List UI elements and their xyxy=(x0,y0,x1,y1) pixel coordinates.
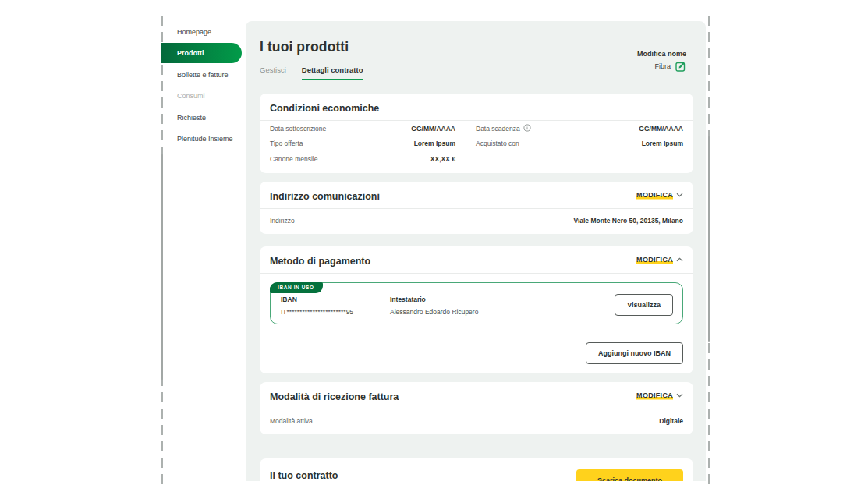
info-icon[interactable] xyxy=(523,124,531,133)
rename-product-block: Modifica nome Fibra xyxy=(637,50,686,72)
sidebar-item-bollette-e-fatture[interactable]: Bollette e fatture xyxy=(161,64,249,86)
tabs: Gestisci Dettagli contratto xyxy=(260,65,693,80)
divider xyxy=(260,273,693,274)
divider xyxy=(260,409,693,409)
sidebar-item-homepage[interactable]: Homepage xyxy=(161,21,249,43)
tab-dettagli-contratto[interactable]: Dettagli contratto xyxy=(302,65,363,80)
main-panel: I tuoi prodotti Modifica nome Fibra Gest… xyxy=(246,21,706,481)
iban-card: IBAN IN USO IBAN IT*********************… xyxy=(270,282,683,324)
visualizza-button[interactable]: Visualizza xyxy=(615,294,673,316)
economic-row: Data sottoscrizione GG/MM/AAAA Data scad… xyxy=(270,121,683,136)
divider xyxy=(260,208,693,209)
sidebar-item-label: Homepage xyxy=(177,28,211,36)
sidebar-item-label: Richieste xyxy=(177,114,206,122)
iban-value: IT***********************95 xyxy=(281,308,390,316)
card-indirizzo-comunicazioni: Indirizzo comunicazioni MODIFICA Indiriz… xyxy=(260,182,693,234)
field-value: GG/MM/AAAA xyxy=(411,125,455,133)
tab-gestisci[interactable]: Gestisci xyxy=(260,65,286,80)
field-label: Tipo offerta xyxy=(270,140,303,147)
economic-row: Tipo offerta Lorem Ipsum Acquistato con … xyxy=(270,136,683,152)
card-title: Condizioni economiche xyxy=(270,103,683,114)
card-title: Metodo di pagamento xyxy=(270,256,370,267)
holder-label: Intestatario xyxy=(390,296,615,303)
sidebar-item-prodotti[interactable]: Prodotti xyxy=(161,43,242,63)
card-title: Il tuo contratto xyxy=(270,470,417,481)
sidebar-item-label: Bollette e fatture xyxy=(177,71,229,79)
scrollbar-thumb-left[interactable] xyxy=(161,154,163,380)
chevron-down-icon xyxy=(676,193,683,197)
card-il-tuo-contratto: Il tuo contratto Scarica sul tuo disposi… xyxy=(260,458,693,482)
card-title: Modalità di ricezione fattura xyxy=(270,391,399,402)
scrollbar-thumb-right[interactable] xyxy=(708,136,710,342)
modifica-pagamento-link[interactable]: MODIFICA xyxy=(636,256,683,264)
field-label: Acquistato con xyxy=(476,140,519,147)
sidebar: Homepage Prodotti Bollette e fatture Con… xyxy=(161,21,249,150)
modifica-indirizzo-link[interactable]: MODIFICA xyxy=(636,191,683,200)
sidebar-item-consumi[interactable]: Consumi xyxy=(161,86,249,108)
holder-value: Alessandro Edoardo Ricupero xyxy=(390,308,615,316)
economic-row: Canone mensile XX,XX € xyxy=(270,151,683,167)
divider xyxy=(260,334,693,334)
modifica-fattura-link[interactable]: MODIFICA xyxy=(636,391,683,400)
sidebar-item-plenitude-insieme[interactable]: Plenitude Insieme xyxy=(161,129,249,150)
card-condizioni-economiche: Condizioni economiche Data sottoscrizion… xyxy=(260,94,693,173)
card-metodo-di-pagamento: Metodo di pagamento MODIFICA IBAN IN USO… xyxy=(260,246,693,373)
field-value: Lorem Ipsum xyxy=(642,140,683,147)
aggiungi-nuovo-iban-button[interactable]: Aggiungi nuovo IBAN xyxy=(586,342,683,364)
sidebar-item-label: Consumi xyxy=(177,92,205,100)
field-value: Digitale xyxy=(659,417,683,425)
card-modalita-ricezione-fattura: Modalità di ricezione fattura MODIFICA M… xyxy=(260,382,693,434)
sidebar-item-richieste[interactable]: Richieste xyxy=(161,107,249,129)
field-label: Data sottoscrizione xyxy=(270,125,326,133)
field-value: XX,XX € xyxy=(430,155,455,163)
field-value: Viale Monte Nero 50, 20135, Milano xyxy=(573,217,683,225)
product-name: Fibra xyxy=(654,62,671,70)
card-title: Indirizzo comunicazioni xyxy=(270,191,380,202)
sidebar-item-label: Plenitude Insieme xyxy=(177,135,233,143)
field-label: Modalità attiva xyxy=(270,417,313,425)
field-label: Indirizzo xyxy=(270,217,295,225)
iban-in-uso-badge: IBAN IN USO xyxy=(270,282,323,293)
field-value: GG/MM/AAAA xyxy=(639,125,683,133)
chevron-up-icon xyxy=(676,257,683,262)
edit-pencil-icon[interactable] xyxy=(675,61,686,72)
field-label: Data scadenza xyxy=(476,125,520,133)
field-value: Lorem Ipsum xyxy=(414,140,455,147)
page-title: I tuoi prodotti xyxy=(260,39,693,55)
scarica-documento-button[interactable]: Scarica documento xyxy=(576,469,683,481)
iban-label: IBAN xyxy=(281,296,390,303)
rename-label: Modifica nome xyxy=(637,50,686,58)
chevron-down-icon xyxy=(676,393,683,398)
field-label: Canone mensile xyxy=(270,155,317,163)
sidebar-item-label: Prodotti xyxy=(177,49,204,57)
